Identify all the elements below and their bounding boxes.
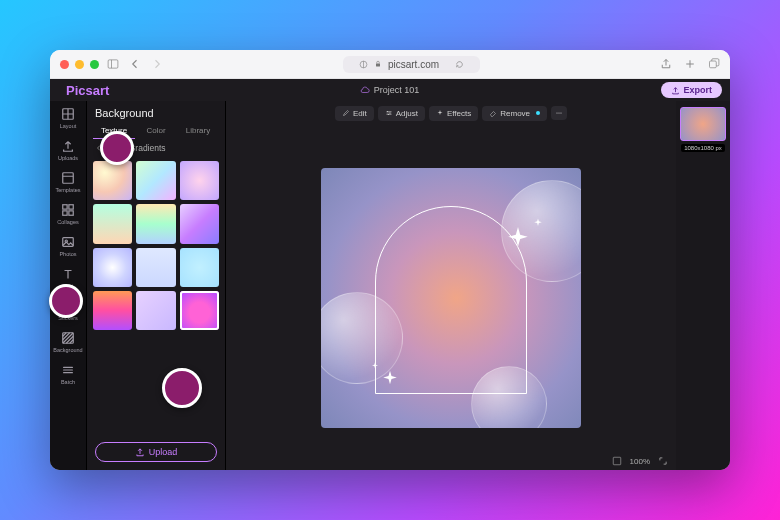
address-bar[interactable]: picsart.com [171,56,652,73]
tool-edit[interactable]: Edit [335,106,374,121]
svg-rect-8 [69,205,73,209]
browser-window: picsart.com Picsart Project 101 [50,50,730,470]
app-root: Picsart Project 101 Export Layout Upload… [50,79,730,470]
sidebar-icon[interactable] [107,58,119,70]
texture-thumb[interactable] [136,161,175,200]
texture-thumb[interactable] [93,204,132,243]
svg-rect-3 [376,64,380,67]
share-icon[interactable] [660,58,672,70]
shield-icon [359,60,368,69]
svg-rect-0 [108,60,118,68]
texture-thumb-selected[interactable] [180,291,219,330]
svg-point-17 [388,114,389,115]
layers-panel: 1080x1080 px [676,101,730,470]
export-button[interactable]: Export [661,82,722,98]
canvas[interactable] [226,125,676,470]
sparkle-icon [533,218,543,228]
texture-thumb[interactable] [93,161,132,200]
cloud-icon [360,85,370,95]
panel-title: Background [87,101,225,123]
expand-icon[interactable] [658,456,668,466]
rail-uploads[interactable]: Uploads [53,139,83,161]
tab-color[interactable]: Color [135,123,177,139]
texture-thumb[interactable] [180,248,219,287]
texture-thumb[interactable] [136,248,175,287]
traffic-lights [60,60,99,69]
project-name[interactable]: Project 101 [360,85,420,95]
sparkle-icon [505,226,531,252]
svg-rect-6 [63,173,74,184]
texture-thumb[interactable] [180,204,219,243]
svg-point-18 [556,112,557,113]
artboard[interactable] [321,168,581,428]
texture-thumb[interactable] [136,291,175,330]
tool-more[interactable] [551,106,567,120]
url-text: picsart.com [388,59,439,70]
tutorial-highlight-marker [162,368,202,408]
tool-adjust[interactable]: Adjust [378,106,425,121]
reload-icon[interactable] [455,60,464,69]
svg-point-15 [387,111,388,112]
texture-thumb[interactable] [93,291,132,330]
tutorial-highlight-marker [49,284,83,318]
upload-button[interactable]: Upload [95,442,217,462]
rail-layout[interactable]: Layout [53,107,83,129]
sliders-icon [385,109,393,117]
rail-background[interactable]: Background [53,331,83,353]
pencil-icon [342,109,350,117]
back-button[interactable] [129,58,141,70]
texture-grid [87,157,225,334]
minimize-window-button[interactable] [75,60,84,69]
fit-icon[interactable] [612,456,622,466]
zoom-value[interactable]: 100% [630,457,650,466]
tab-library[interactable]: Library [177,123,219,139]
layer-thumbnail[interactable] [680,107,726,141]
dots-icon [554,109,564,117]
forward-button[interactable] [151,58,163,70]
rail-templates[interactable]: Templates [53,171,83,193]
fullscreen-window-button[interactable] [90,60,99,69]
export-icon [671,86,680,95]
new-tab-icon[interactable] [684,58,696,70]
svg-rect-4 [710,61,717,68]
texture-thumb[interactable] [136,204,175,243]
close-window-button[interactable] [60,60,69,69]
canvas-toolbar: Edit Adjust Effects Remove [226,101,676,125]
svg-rect-21 [613,457,621,465]
svg-rect-10 [69,211,73,215]
rail-photos[interactable]: Photos [53,235,83,257]
upload-icon [135,447,145,457]
tutorial-highlight-marker [100,131,134,165]
texture-thumb[interactable] [93,248,132,287]
svg-rect-11 [63,238,74,247]
browser-chrome: picsart.com [50,50,730,79]
rail-collages[interactable]: Collages [53,203,83,225]
rail-batch[interactable]: Batch [53,363,83,385]
svg-point-20 [560,112,561,113]
tool-remove[interactable]: Remove [482,106,547,121]
texture-thumb[interactable] [180,161,219,200]
svg-point-19 [558,112,559,113]
svg-rect-9 [63,211,67,215]
sparkle-icon [381,370,399,388]
tool-effects[interactable]: Effects [429,106,478,121]
new-dot-icon [536,111,540,115]
canvas-stage: Edit Adjust Effects Remove [226,101,676,470]
eraser-icon [489,109,497,117]
sparkle-icon [436,109,444,117]
status-bar: 100% [612,456,668,466]
app-logo[interactable]: Picsart [58,79,117,102]
layer-size-label: 1080x1080 px [681,144,725,152]
tabs-icon[interactable] [708,58,720,70]
svg-point-16 [389,112,390,113]
svg-rect-7 [63,205,67,209]
lock-icon [374,60,382,68]
app-topbar: Picsart Project 101 Export [50,79,730,101]
sparkle-icon [371,362,379,370]
